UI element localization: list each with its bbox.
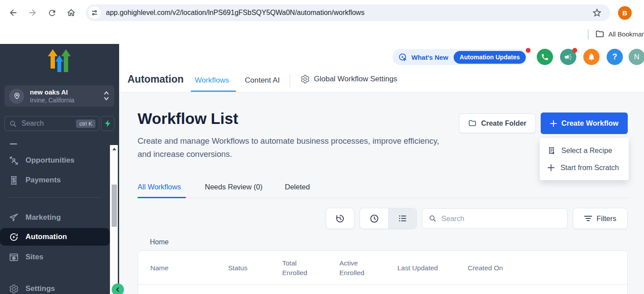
filters-button[interactable]: Filters: [573, 208, 628, 229]
time-view-toggle[interactable]: [360, 208, 388, 229]
filters-label: Filters: [597, 214, 616, 223]
browser-home-button[interactable]: [64, 6, 78, 20]
workflow-search-input[interactable]: [440, 214, 555, 223]
chevron-up-down-icon: [103, 90, 109, 102]
sidebar-item-label: Payments: [25, 176, 61, 185]
sidebar-item-label: Marketing: [25, 213, 61, 222]
home-icon: [66, 8, 76, 18]
sidebar-item-payments[interactable]: Payments: [0, 171, 110, 189]
search-icon: [9, 120, 17, 127]
workflow-list-subheading: Create and manage Workflows to automate …: [138, 134, 450, 161]
whats-new-button[interactable]: What's New Automation Updates: [393, 49, 528, 65]
workflow-search[interactable]: [422, 208, 568, 229]
notification-dot: [526, 48, 531, 53]
sidebar-divider: [8, 197, 101, 198]
url-bar[interactable]: app.gohighlevel.com/v2/location/lnPS691g…: [86, 4, 610, 21]
active-tab-underline: [191, 91, 236, 92]
reload-icon: [47, 8, 57, 18]
megaphone-icon: [564, 53, 572, 61]
tab-deleted[interactable]: Deleted: [285, 183, 310, 191]
main-area: What's New Automation Updates ? N Automa…: [119, 44, 644, 294]
folder-icon: [468, 119, 477, 127]
notifications-button[interactable]: [583, 49, 600, 65]
all-bookmarks-label[interactable]: All Bookmarks: [608, 30, 644, 38]
search-icon: [429, 214, 437, 222]
create-workflow-dropdown: Select a Recipe Start from Scratch: [540, 138, 629, 180]
column-header-active-enrolled: Active Enrolled: [339, 251, 371, 285]
column-header-total-enrolled: Total Enrolled: [282, 251, 314, 285]
column-header-status: Status: [228, 251, 247, 285]
filter-icon: [584, 215, 592, 222]
plus-icon: [550, 120, 557, 127]
partial-menu-item: [10, 143, 17, 145]
quick-actions-button[interactable]: [101, 116, 114, 131]
location-pin-icon: [9, 89, 24, 104]
workflow-list-heading: Workflow List: [138, 110, 238, 127]
keyboard-shortcut-badge: ctrl K: [76, 120, 95, 128]
plus-icon: [547, 164, 555, 171]
global-workflow-settings-button[interactable]: Global Workflow Settings: [300, 74, 397, 84]
sidebar-item-sites[interactable]: Sites: [0, 248, 110, 266]
menu-item-start-from-scratch[interactable]: Start from Scratch: [540, 159, 629, 176]
enrollment-history-button[interactable]: [326, 208, 354, 229]
settings-gear-icon: [9, 284, 19, 294]
create-folder-button[interactable]: Create Folder: [459, 113, 536, 133]
scroll-up-icon[interactable]: [110, 145, 118, 153]
view-toggle-group: [360, 208, 417, 229]
breadcrumb-home[interactable]: Home: [150, 238, 169, 246]
avatar-initial: N: [634, 53, 639, 62]
tab-workflows[interactable]: Workflows: [195, 76, 229, 85]
gear-icon: [300, 74, 310, 84]
user-avatar[interactable]: N: [629, 49, 644, 65]
scrollbar-thumb[interactable]: [112, 185, 117, 227]
sidebar-item-label: Opportunities: [25, 156, 74, 165]
site-settings-icon[interactable]: [88, 7, 101, 19]
menu-item-label: Select a Recipe: [561, 146, 612, 155]
help-button[interactable]: ?: [607, 49, 623, 65]
account-name: new oaks AI: [30, 89, 74, 95]
opportunities-icon: [9, 156, 19, 166]
sidebar-item-label: Automation: [25, 232, 67, 241]
sidebar-collapse-button[interactable]: [112, 283, 124, 294]
sites-icon: [9, 252, 19, 262]
forward-icon: [28, 8, 37, 18]
sidebar-item-automation[interactable]: Automation: [0, 228, 110, 246]
whats-new-icon: [398, 53, 408, 62]
back-icon: [8, 8, 18, 18]
sidebar-search[interactable]: ctrl K: [4, 116, 99, 131]
browser-toolbar: app.gohighlevel.com/v2/location/lnPS691g…: [0, 0, 644, 25]
sidebar-item-marketing[interactable]: Marketing: [0, 209, 110, 226]
phone-button[interactable]: [537, 49, 553, 65]
global-workflow-settings-label: Global Workflow Settings: [314, 75, 397, 83]
tab-content-ai[interactable]: Content AI: [245, 76, 280, 85]
browser-back-button[interactable]: [6, 6, 20, 20]
browser-forward-button[interactable]: [25, 6, 40, 20]
url-text: app.gohighlevel.com/v2/location/lnPS691g…: [106, 9, 364, 17]
create-folder-label: Create Folder: [481, 120, 526, 127]
menu-item-select-recipe[interactable]: Select a Recipe: [540, 142, 629, 159]
bookmark-star-icon[interactable]: [592, 7, 602, 18]
sidebar-scrollbar[interactable]: [110, 145, 118, 294]
bell-icon: [587, 53, 596, 61]
browser-profile-avatar[interactable]: B: [618, 6, 632, 20]
lightning-bolt-icon: [105, 120, 111, 127]
sidebar-item-opportunities[interactable]: Opportunities: [0, 152, 110, 169]
automation-updates-badge[interactable]: Automation Updates: [454, 51, 526, 64]
create-workflow-label: Create Workflow: [561, 119, 619, 127]
create-workflow-button[interactable]: Create Workflow: [541, 113, 628, 134]
sidebar-search-input[interactable]: [21, 119, 67, 128]
table-header-row: Name Status Total Enrolled Active Enroll…: [138, 251, 627, 285]
workflow-table: Name Status Total Enrolled Active Enroll…: [138, 250, 628, 294]
sidebar: new oaks AI Irvine, California ctrl K Op…: [0, 44, 119, 294]
tab-needs-review[interactable]: Needs Review (0): [205, 183, 262, 191]
column-header-last-updated: Last Updated: [397, 251, 438, 285]
sidebar-item-settings[interactable]: Settings: [0, 280, 110, 294]
tab-all-workflows[interactable]: All Workflows: [138, 183, 181, 191]
clock-icon: [369, 214, 379, 224]
browser-reload-button[interactable]: [45, 6, 59, 20]
list-view-toggle[interactable]: [388, 208, 416, 229]
bookmarks-bar: All Bookmarks: [0, 25, 644, 44]
header-separator: [290, 74, 290, 87]
question-mark-icon: ?: [612, 52, 617, 62]
account-switcher[interactable]: new oaks AI Irvine, California: [4, 85, 114, 107]
